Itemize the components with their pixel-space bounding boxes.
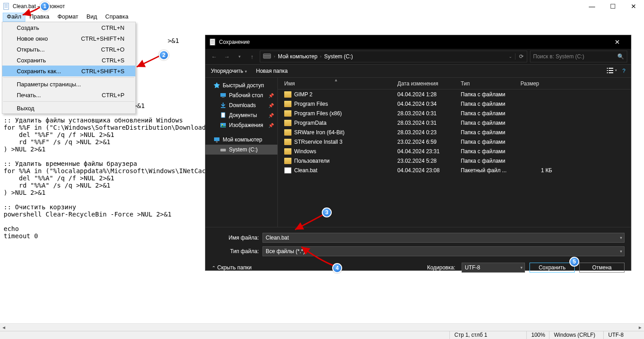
hide-folders-button[interactable]: ⌃Скрыть папки [212, 264, 252, 271]
menu-item-page-setup[interactable]: Параметры страницы... [2, 79, 135, 89]
file-size: 1 КБ [520, 167, 557, 174]
horizontal-scrollbar[interactable]: ◄ ► [0, 323, 644, 331]
list-row[interactable]: Windows04.04.2024 23:31Папка с файлами [278, 146, 631, 156]
close-button[interactable]: ✕ [623, 0, 644, 13]
file-type: Папка с файлами [461, 120, 520, 126]
menu-view[interactable]: Вид [82, 13, 101, 22]
svg-rect-10 [607, 68, 608, 69]
drive-icon [220, 146, 226, 153]
file-type: Папка с файлами [461, 158, 520, 164]
menu-edit[interactable]: Правка [25, 13, 53, 22]
scroll-left-icon[interactable]: ◄ [0, 324, 8, 331]
tree-downloads[interactable]: Downloads📌 [205, 100, 277, 110]
folder-icon [284, 120, 291, 126]
menu-item-save-as[interactable]: Сохранить как...CTRL+SHIFT+S [2, 66, 135, 76]
minimize-button[interactable]: — [582, 0, 602, 13]
col-type[interactable]: Тип [461, 80, 520, 87]
tree-images[interactable]: Изображения📌 [205, 120, 277, 130]
menu-format[interactable]: Формат [53, 13, 82, 22]
menu-file[interactable]: Файл [3, 13, 25, 22]
menu-item-label: Сохранить [17, 57, 46, 64]
save-dialog-toolbar: Упорядочить ▾ Новая папка ? [205, 64, 631, 78]
chevron-down-icon[interactable]: ⌄ [506, 54, 515, 59]
file-type: Пакетный файл ... [461, 167, 520, 174]
filetype-select[interactable]: Все файлы (*.*)▾ [262, 246, 625, 256]
list-row[interactable]: Program Files (x86)28.03.2024 0:31Папка … [278, 108, 631, 118]
menu-item-print[interactable]: Печать...CTRL+P [2, 89, 135, 100]
breadcrumb-seg[interactable]: Мой компьютер [275, 53, 320, 60]
nav-history-button[interactable]: ▾ [234, 52, 244, 61]
encoding-label: Кодировка: [427, 264, 455, 271]
menu-item-shortcut: CTRL+S [102, 57, 124, 64]
tree-system-c[interactable]: System (C:) [205, 145, 277, 155]
encoding-value: UTF-8 [465, 264, 480, 271]
nav-forward-button[interactable]: → [222, 52, 232, 61]
folder-icon [284, 148, 291, 155]
file-type: Папка с файлами [461, 110, 520, 117]
tree-desktop[interactable]: Рабочий стол📌 [205, 90, 277, 100]
list-row[interactable]: SRWare Iron (64-Bit)28.03.2024 0:23Папка… [278, 127, 631, 137]
breadcrumb-seg[interactable]: System (C:) [321, 53, 355, 60]
svg-rect-18 [221, 107, 225, 108]
file-list-header: Имя▲ Дата изменения Тип Размер [278, 78, 631, 89]
search-input[interactable]: Поиск в: System (C:) 🔍 [530, 51, 627, 62]
list-row[interactable]: ProgramData28.03.2024 0:31Папка с файлам… [278, 118, 631, 127]
breadcrumb[interactable]: › Мой компьютер › System (C:) ⌄ ⟳ [260, 51, 527, 62]
chevron-down-icon[interactable]: ▾ [520, 265, 523, 270]
nav-up-button[interactable]: ↑ [247, 52, 257, 61]
file-date: 28.03.2024 0:31 [397, 110, 461, 117]
nav-back-button[interactable]: ← [209, 52, 219, 61]
filename-input[interactable]: Clean.bat▾ [262, 233, 625, 243]
file-type: Папка с файлами [461, 148, 520, 155]
folder-icon [284, 139, 291, 145]
titlebar: Clean.bat — Блокнот [0, 0, 644, 13]
menu-item-shortcut: CTRL+O [101, 46, 124, 53]
file-type: Папка с файлами [461, 129, 520, 136]
save-dialog-close-button[interactable]: ✕ [607, 38, 627, 46]
tree-documents[interactable]: Документы📌 [205, 110, 277, 120]
pc-icon [214, 137, 220, 143]
file-name: SRWare Iron (64-Bit) [294, 129, 344, 136]
menu-item-shortcut: CTRL+P [102, 92, 124, 99]
file-date: 23.02.2024 6:59 [397, 139, 461, 145]
menu-item-save[interactable]: СохранитьCTRL+S [2, 55, 135, 66]
search-icon: 🔍 [617, 53, 624, 60]
menu-item-label: Сохранить как... [17, 68, 61, 75]
cancel-button[interactable]: Отмена [579, 263, 625, 273]
tree-mypc[interactable]: Мой компьютер [205, 135, 277, 145]
view-options-button[interactable] [607, 67, 617, 75]
menu-item-new-window[interactable]: Новое окноCTRL+SHIFT+N [2, 33, 135, 44]
menu-item-create[interactable]: СоздатьCTRL+N [2, 22, 135, 33]
list-row[interactable]: Program Files04.04.2024 0:34Папка с файл… [278, 99, 631, 108]
col-name[interactable]: Имя▲ [284, 80, 397, 87]
filetype-value: Все файлы (*.*) [266, 248, 305, 254]
list-row[interactable]: GIMP 204.04.2024 1:28Папка с файлами [278, 89, 631, 99]
file-date: 04.04.2024 23:31 [397, 148, 461, 155]
maximize-button[interactable]: ☐ [602, 0, 623, 13]
scroll-right-icon[interactable]: ► [636, 324, 644, 331]
chevron-down-icon[interactable]: ▾ [620, 249, 622, 254]
callout-badge-2: 2 [159, 50, 169, 60]
menu-item-exit[interactable]: Выход [2, 103, 135, 113]
menu-item-open[interactable]: Открыть...CTRL+O [2, 44, 135, 55]
list-row[interactable]: STRservice Install 323.02.2024 6:59Папка… [278, 137, 631, 146]
folder-icon [284, 110, 291, 117]
col-date[interactable]: Дата изменения [397, 80, 461, 87]
col-size[interactable]: Размер [520, 80, 557, 87]
help-button[interactable]: ? [622, 68, 625, 74]
tree-label: System (C:) [229, 146, 258, 153]
organize-button[interactable]: Упорядочить ▾ [211, 68, 247, 74]
tree-quick-access[interactable]: Быстрый доступ [205, 80, 277, 90]
list-row[interactable]: Пользователи23.02.2024 5:28Папка с файла… [278, 156, 631, 165]
encoding-select[interactable]: UTF-8▾ [462, 263, 525, 273]
menu-item-label: Новое окно [17, 35, 48, 42]
refresh-button[interactable]: ⟳ [515, 53, 527, 60]
menu-help[interactable]: Справка [101, 13, 133, 22]
tree-label: Рабочий стол [229, 92, 263, 99]
menu-item-label: Выход [17, 105, 34, 112]
new-folder-button[interactable]: Новая папка [256, 68, 288, 74]
chevron-down-icon[interactable]: ▾ [620, 235, 622, 240]
folder-icon [284, 158, 291, 164]
list-row[interactable]: Clean.bat04.04.2024 23:08Пакетный файл .… [278, 165, 631, 175]
save-button[interactable]: Сохранить [530, 263, 575, 273]
